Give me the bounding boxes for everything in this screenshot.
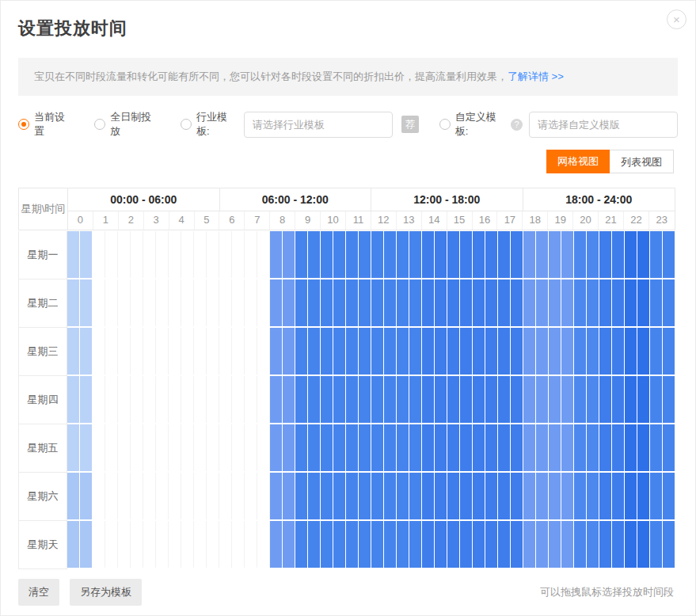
halfhour-cell[interactable] — [207, 521, 219, 568]
halfhour-cell[interactable] — [321, 376, 333, 423]
halfhour-cell[interactable] — [257, 521, 270, 568]
halfhour-cell[interactable] — [473, 231, 485, 278]
halfhour-cell[interactable] — [346, 424, 359, 471]
halfhour-cell[interactable] — [93, 521, 105, 568]
halfhour-cell[interactable] — [308, 424, 321, 471]
halfhour-cell[interactable] — [194, 376, 207, 423]
halfhour-cell[interactable] — [321, 473, 333, 519]
hour-label[interactable]: 13 — [397, 211, 422, 230]
halfhour-cell[interactable] — [650, 424, 663, 471]
halfhour-cell[interactable] — [143, 424, 156, 471]
halfhour-cell[interactable] — [245, 328, 257, 375]
halfhour-cell[interactable] — [511, 328, 523, 375]
halfhour-cell[interactable] — [435, 521, 447, 568]
radio-custom-template[interactable]: 自定义模板: — [439, 110, 508, 139]
halfhour-cell[interactable] — [498, 424, 511, 471]
halfhour-cell[interactable] — [435, 376, 447, 423]
hour-label[interactable]: 11 — [346, 211, 371, 230]
halfhour-cell[interactable] — [283, 376, 295, 423]
halfhour-cell[interactable] — [232, 279, 245, 326]
halfhour-cell[interactable] — [511, 521, 523, 568]
halfhour-cell[interactable] — [207, 231, 219, 278]
halfhour-cell[interactable] — [561, 376, 574, 423]
hour-label[interactable]: 22 — [624, 211, 649, 230]
halfhour-cell[interactable] — [232, 473, 245, 519]
learn-more-link[interactable]: 了解详情 >> — [508, 70, 564, 82]
halfhour-cell[interactable] — [549, 521, 561, 568]
halfhour-cell[interactable] — [587, 328, 599, 375]
halfhour-cell[interactable] — [359, 376, 371, 423]
halfhour-cell[interactable] — [321, 231, 333, 278]
halfhour-cell[interactable] — [346, 328, 359, 375]
halfhour-cell[interactable] — [447, 521, 460, 568]
halfhour-cell[interactable] — [181, 376, 194, 423]
halfhour-cell[interactable] — [625, 279, 637, 326]
halfhour-cell[interactable] — [232, 424, 245, 471]
halfhour-cell[interactable] — [384, 424, 397, 471]
halfhour-cell[interactable] — [270, 328, 283, 375]
halfhour-cell[interactable] — [435, 473, 447, 519]
halfhour-cell[interactable] — [397, 521, 409, 568]
halfhour-cell[interactable] — [131, 231, 143, 278]
halfhour-cell[interactable] — [587, 521, 599, 568]
halfhour-cell[interactable] — [485, 376, 498, 423]
halfhour-cell[interactable] — [80, 279, 93, 326]
halfhour-cell[interactable] — [599, 424, 612, 471]
halfhour-cell[interactable] — [498, 231, 511, 278]
halfhour-cell[interactable] — [105, 521, 118, 568]
halfhour-cell[interactable] — [663, 279, 675, 326]
halfhour-cell[interactable] — [181, 424, 194, 471]
hour-label[interactable]: 3 — [144, 211, 169, 230]
halfhour-cell[interactable] — [359, 424, 371, 471]
halfhour-cell[interactable] — [131, 279, 143, 326]
halfhour-cell[interactable] — [650, 473, 663, 519]
halfhour-cell[interactable] — [511, 424, 523, 471]
halfhour-cell[interactable] — [485, 521, 498, 568]
halfhour-cell[interactable] — [371, 521, 384, 568]
halfhour-cell[interactable] — [270, 231, 283, 278]
halfhour-cell[interactable] — [181, 279, 194, 326]
halfhour-cell[interactable] — [359, 279, 371, 326]
halfhour-cell[interactable] — [80, 231, 93, 278]
halfhour-cell[interactable] — [523, 521, 536, 568]
halfhour-cell[interactable] — [359, 328, 371, 375]
time-group-header[interactable]: 12:00 - 18:00 — [371, 188, 523, 211]
halfhour-cell[interactable] — [295, 473, 308, 519]
halfhour-cell[interactable] — [549, 473, 561, 519]
halfhour-cell[interactable] — [169, 424, 181, 471]
halfhour-cell[interactable] — [257, 424, 270, 471]
halfhour-cell[interactable] — [637, 424, 650, 471]
halfhour-cell[interactable] — [409, 231, 422, 278]
halfhour-cell[interactable] — [587, 231, 599, 278]
halfhour-cell[interactable] — [485, 473, 498, 519]
halfhour-cell[interactable] — [194, 424, 207, 471]
halfhour-cell[interactable] — [536, 231, 549, 278]
halfhour-cell[interactable] — [371, 328, 384, 375]
halfhour-cell[interactable] — [105, 279, 118, 326]
halfhour-cell[interactable] — [523, 231, 536, 278]
halfhour-cell[interactable] — [131, 473, 143, 519]
halfhour-cell[interactable] — [561, 231, 574, 278]
halfhour-cell[interactable] — [422, 328, 435, 375]
halfhour-cell[interactable] — [80, 424, 93, 471]
halfhour-cell[interactable] — [384, 231, 397, 278]
halfhour-cell[interactable] — [308, 279, 321, 326]
halfhour-cell[interactable] — [257, 279, 270, 326]
halfhour-cell[interactable] — [435, 231, 447, 278]
halfhour-cell[interactable] — [549, 424, 561, 471]
halfhour-cell[interactable] — [447, 279, 460, 326]
halfhour-cell[interactable] — [549, 328, 561, 375]
halfhour-cell[interactable] — [663, 424, 675, 471]
halfhour-cell[interactable] — [219, 231, 232, 278]
halfhour-cell[interactable] — [232, 376, 245, 423]
halfhour-cell[interactable] — [625, 521, 637, 568]
halfhour-cell[interactable] — [599, 231, 612, 278]
grid-view-button[interactable]: 网格视图 — [546, 150, 610, 173]
halfhour-cell[interactable] — [498, 328, 511, 375]
halfhour-cell[interactable] — [637, 473, 650, 519]
halfhour-cell[interactable] — [181, 328, 194, 375]
halfhour-cell[interactable] — [308, 521, 321, 568]
halfhour-cell[interactable] — [270, 376, 283, 423]
halfhour-cell[interactable] — [637, 521, 650, 568]
halfhour-cell[interactable] — [143, 376, 156, 423]
